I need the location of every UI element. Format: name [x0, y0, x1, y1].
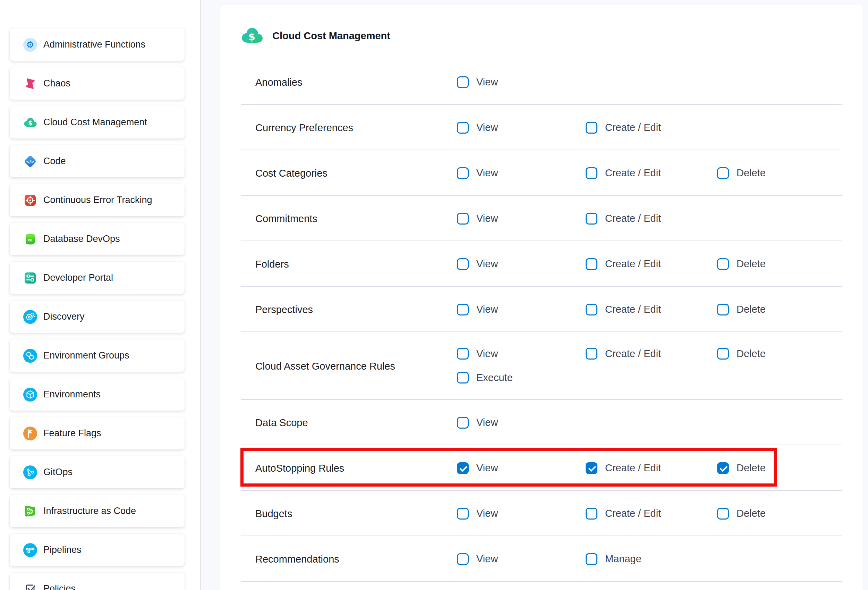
sidebar-item-continuous-error-tracking[interactable]: Continuous Error Tracking	[10, 184, 185, 216]
currency-preferences-view-checkbox[interactable]	[457, 122, 469, 134]
sidebar-item-database-devops[interactable]: ∞ Database DevOps	[10, 223, 185, 255]
permission-option-label: Create / Edit	[605, 167, 661, 179]
autostopping-rules-view-checkbox[interactable]	[457, 462, 469, 474]
panel-title: Cloud Cost Management	[272, 30, 390, 41]
commitments-create-edit-option: Create / Edit	[586, 213, 661, 225]
sidebar-item-discovery[interactable]: Discovery	[10, 300, 185, 333]
code-icon: </>	[23, 154, 37, 168]
permission-row-label: Data Scope	[255, 417, 308, 428]
sidebar-item-label: GitOps	[43, 467, 72, 478]
sidebar-item-label: Infrastructure as Code	[43, 506, 136, 516]
flag-icon	[23, 427, 37, 441]
sidebar-item-cloud-cost-management[interactable]: $ Cloud Cost Management	[10, 106, 185, 139]
cloud-asset-governance-rules-view-option: View	[457, 348, 498, 359]
sidebar-item-code[interactable]: </> Code	[10, 145, 185, 177]
cloud-dollar-icon: $	[241, 27, 263, 45]
permission-option-label: View	[476, 258, 498, 270]
commitments-view-option: View	[457, 213, 498, 225]
database-infinity-icon: ∞	[23, 232, 37, 246]
folders-create-edit-option: Create / Edit	[586, 258, 661, 270]
commitments-view-checkbox[interactable]	[457, 213, 469, 225]
budgets-create-edit-option: Create / Edit	[586, 508, 661, 519]
cost-categories-delete-checkbox[interactable]	[717, 167, 729, 179]
sidebar-item-label: Pipelines	[43, 544, 81, 555]
cloud-asset-governance-rules-create-edit-option: Create / Edit	[586, 348, 661, 359]
recommendations-manage-checkbox[interactable]	[586, 553, 597, 565]
sidebar-item-infrastructure-as-code[interactable]: Infrastructure as Code	[10, 495, 185, 527]
sidebar-item-pipelines[interactable]: Pipelines	[10, 534, 185, 566]
permission-option-label: View	[476, 304, 498, 315]
pipeline-chain-icon	[23, 543, 37, 557]
currency-preferences-create-edit-checkbox[interactable]	[586, 122, 597, 134]
permission-row-label: Recommendations	[255, 553, 339, 565]
budgets-delete-checkbox[interactable]	[717, 508, 729, 519]
permission-row-label: Anomalies	[255, 76, 302, 88]
sidebar-item-feature-flags[interactable]: Feature Flags	[10, 417, 185, 450]
perspectives-view-checkbox[interactable]	[457, 304, 469, 315]
permission-option-label: View	[476, 213, 498, 224]
permission-option-label: Delete	[737, 304, 766, 315]
recommendations-manage-option: Manage	[586, 553, 641, 565]
sidebar-item-label: Chaos	[43, 78, 71, 89]
modules-sidebar: ⚙ Administrative Functions Chaos $ Cloud…	[0, 0, 201, 590]
data-scope-view-checkbox[interactable]	[457, 417, 469, 429]
cost-categories-delete-option: Delete	[717, 167, 766, 179]
sidebar-item-label: Administrative Functions	[43, 39, 145, 50]
cloud-asset-governance-rules-delete-checkbox[interactable]	[717, 348, 729, 359]
svg-text:∞: ∞	[28, 237, 32, 243]
cloud-asset-governance-rules-delete-option: Delete	[717, 348, 766, 359]
sidebar-item-label: Database DevOps	[43, 234, 120, 244]
svg-text:$: $	[28, 120, 32, 127]
permission-row-cloud-asset-governance-rules: Cloud Asset Governance Rules View Create…	[220, 332, 863, 400]
svg-text:$: $	[248, 31, 255, 43]
recommendations-view-option: View	[457, 553, 498, 565]
permission-row-label: Budgets	[255, 508, 292, 519]
gear-icon: ⚙	[23, 38, 37, 52]
data-scope-view-option: View	[457, 417, 498, 429]
anomalies-view-option: View	[457, 76, 498, 88]
perspectives-create-edit-checkbox[interactable]	[586, 304, 597, 315]
permission-row-data-scope: Data Scope View	[220, 400, 863, 445]
sidebar-item-environments[interactable]: Environments	[10, 378, 185, 411]
permission-row-anomalies: Anomalies View	[220, 59, 863, 105]
folders-delete-checkbox[interactable]	[717, 258, 729, 270]
permission-row-recommendations: Recommendations View Manage	[220, 536, 863, 582]
autostopping-rules-create-edit-option: Create / Edit	[586, 462, 661, 474]
cost-categories-view-checkbox[interactable]	[457, 167, 469, 179]
cloud-asset-governance-rules-view-checkbox[interactable]	[457, 348, 469, 359]
sliders-icon	[23, 271, 37, 285]
sidebar-item-administrative-functions[interactable]: ⚙ Administrative Functions	[10, 28, 185, 61]
cloud-asset-governance-rules-execute-checkbox[interactable]	[457, 372, 469, 383]
perspectives-delete-option: Delete	[717, 304, 766, 315]
budgets-view-option: View	[457, 508, 498, 519]
cloud-asset-governance-rules-create-edit-checkbox[interactable]	[586, 348, 597, 359]
folders-view-checkbox[interactable]	[457, 258, 469, 270]
autostopping-rules-delete-checkbox[interactable]	[717, 462, 729, 474]
sidebar-item-environment-groups[interactable]: Environment Groups	[10, 339, 185, 372]
commitments-create-edit-checkbox[interactable]	[586, 213, 597, 225]
folders-create-edit-checkbox[interactable]	[586, 258, 597, 270]
sidebar-item-gitops[interactable]: GitOps	[10, 456, 185, 488]
perspectives-delete-checkbox[interactable]	[717, 304, 729, 315]
sidebar-item-label: Code	[43, 156, 66, 167]
permission-option-label: Delete	[737, 167, 766, 179]
permission-option-label: View	[476, 348, 498, 359]
sidebar-item-label: Cloud Cost Management	[43, 117, 147, 128]
permission-option-label: Create / Edit	[605, 462, 661, 474]
cost-categories-create-edit-checkbox[interactable]	[586, 167, 597, 179]
cost-categories-view-option: View	[457, 167, 498, 179]
autostopping-rules-create-edit-checkbox[interactable]	[586, 462, 597, 474]
budgets-view-checkbox[interactable]	[457, 508, 469, 519]
autostopping-rules-view-option: View	[457, 462, 498, 474]
error-tracking-target-icon	[23, 193, 37, 207]
recommendations-view-checkbox[interactable]	[457, 553, 469, 565]
budgets-create-edit-checkbox[interactable]	[586, 508, 597, 519]
perspectives-create-edit-option: Create / Edit	[586, 304, 661, 315]
sidebar-item-developer-portal[interactable]: Developer Portal	[10, 262, 185, 294]
permission-row-perspectives: Perspectives View Create / Edit Delete	[220, 287, 863, 332]
anomalies-view-checkbox[interactable]	[457, 76, 469, 88]
sidebar-item-label: Continuous Error Tracking	[43, 195, 152, 206]
sidebar-item-label: Policies	[43, 583, 75, 590]
sidebar-item-chaos[interactable]: Chaos	[10, 67, 185, 100]
sidebar-item-policies[interactable]: Policies	[10, 573, 185, 590]
